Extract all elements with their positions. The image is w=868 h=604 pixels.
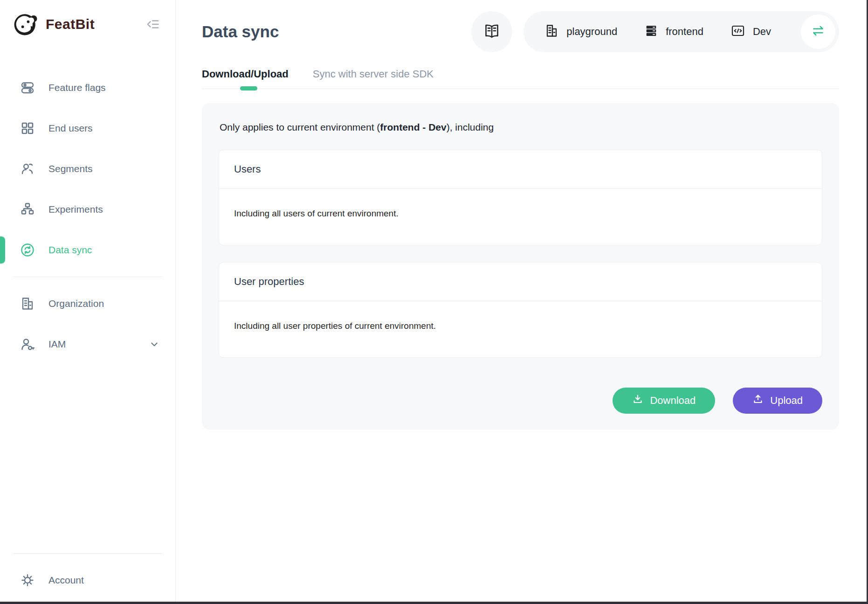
- sidebar-item-organization[interactable]: Organization: [0, 283, 175, 324]
- user-properties-card-title: User properties: [219, 263, 822, 301]
- active-tab-indicator: [240, 86, 257, 90]
- sidebar-item-label: Organization: [48, 298, 104, 309]
- data-sync-panel: Only applies to current environment (fro…: [202, 103, 839, 430]
- sync-icon: [20, 242, 35, 258]
- brand-name: FeatBit: [46, 16, 145, 32]
- building-icon: [544, 23, 559, 40]
- sidebar-item-label: Account: [48, 575, 84, 586]
- upload-button-label: Upload: [770, 395, 803, 407]
- sidebar-divider: [13, 553, 162, 554]
- documentation-button[interactable]: [471, 11, 512, 52]
- sidebar-item-data-sync[interactable]: Data sync: [0, 229, 175, 270]
- user-key-icon: [20, 336, 35, 352]
- download-button-label: Download: [650, 395, 696, 407]
- environment-selector-item[interactable]: Dev: [730, 23, 771, 40]
- environment-notice-bold: frontend - Dev: [380, 122, 446, 132]
- sidebar-item-label: Experiments: [48, 204, 103, 215]
- grid-icon: [20, 120, 35, 136]
- sidebar-item-segments[interactable]: Segments: [0, 148, 175, 189]
- project-selector[interactable]: frontend: [644, 24, 703, 40]
- featbit-logo-icon: [12, 11, 39, 38]
- building-icon: [20, 296, 35, 312]
- environment-notice: Only applies to current environment (fro…: [220, 122, 822, 133]
- toggles-icon: [20, 80, 35, 96]
- sidebar-item-label: Segments: [48, 163, 93, 174]
- environment-selector: playground: [524, 11, 839, 52]
- download-icon: [632, 394, 643, 408]
- page-title: Data sync: [202, 22, 279, 41]
- code-window-icon: [730, 23, 745, 40]
- sitemap-icon: [20, 201, 35, 217]
- sidebar-nav: Feature flags End users: [0, 67, 175, 364]
- users-card-description: Including all users of current environme…: [219, 189, 822, 245]
- sidebar: FeatBit Feature flags: [0, 0, 176, 604]
- sidebar-item-label: End users: [48, 123, 93, 134]
- organization-name: playground: [566, 26, 617, 38]
- book-icon: [482, 21, 501, 42]
- download-button[interactable]: Download: [613, 388, 715, 414]
- tab-download-upload[interactable]: Download/Upload: [202, 68, 289, 80]
- users-card: Users Including all users of current env…: [219, 150, 822, 245]
- stack-icon: [644, 24, 658, 40]
- sidebar-item-label: Feature flags: [48, 82, 106, 93]
- upload-icon: [752, 394, 764, 408]
- sidebar-item-feature-flags[interactable]: Feature flags: [0, 67, 175, 108]
- project-name: frontend: [666, 26, 703, 38]
- sidebar-item-experiments[interactable]: Experiments: [0, 189, 175, 229]
- logo-row: FeatBit: [0, 0, 175, 49]
- sidebar-item-iam[interactable]: IAM: [0, 324, 175, 364]
- sidebar-item-label: IAM: [48, 339, 66, 350]
- users-card-title: Users: [219, 150, 822, 189]
- swap-arrows-icon: [810, 23, 826, 41]
- user-properties-card-description: Including all user properties of current…: [219, 301, 822, 357]
- active-indicator: [0, 236, 5, 264]
- sidebar-item-end-users[interactable]: End users: [0, 108, 175, 148]
- sidebar-item-label: Data sync: [48, 244, 92, 256]
- gear-icon: [20, 572, 35, 588]
- chevron-down-icon[interactable]: [148, 338, 160, 350]
- environment-name: Dev: [753, 26, 771, 38]
- switch-environment-button[interactable]: [801, 14, 835, 49]
- sidebar-divider: [13, 277, 162, 277]
- action-buttons: Download Upload: [219, 388, 822, 414]
- window-edge-bottom: [0, 602, 868, 604]
- header-controls: playground: [471, 11, 839, 52]
- tab-bar: Download/Upload Sync with server side SD…: [202, 68, 839, 89]
- user-segments-icon: [20, 161, 35, 177]
- sidebar-item-account[interactable]: Account: [0, 560, 175, 600]
- user-properties-card: User properties Including all user prope…: [219, 262, 822, 358]
- page-header: Data sync: [202, 11, 839, 52]
- upload-button[interactable]: Upload: [733, 388, 822, 414]
- tab-sync-sdk[interactable]: Sync with server side SDK: [313, 68, 434, 80]
- menu-fold-icon[interactable]: [145, 16, 161, 32]
- main-content: Data sync: [176, 0, 868, 604]
- organization-selector[interactable]: playground: [544, 23, 617, 40]
